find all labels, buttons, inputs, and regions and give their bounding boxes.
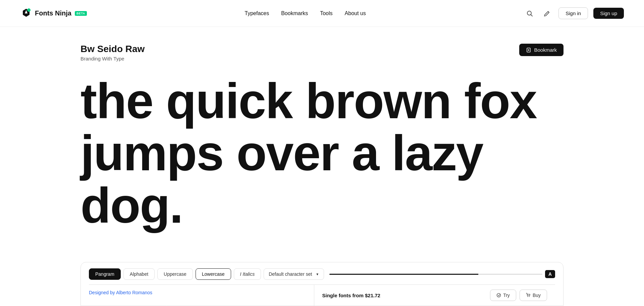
- tab-lowercase[interactable]: Lowercase: [196, 268, 231, 280]
- pen-icon: [544, 10, 550, 17]
- tab-pangram[interactable]: Pangram: [89, 268, 121, 280]
- svg-line-2: [531, 14, 533, 16]
- svg-line-3: [548, 11, 549, 12]
- edit-button[interactable]: [541, 7, 553, 19]
- price-text: Single fonts from $21.72: [322, 293, 380, 298]
- signup-button[interactable]: Sign up: [593, 8, 624, 19]
- try-icon: [496, 293, 501, 298]
- nav-bookmarks[interactable]: Bookmarks: [281, 10, 308, 16]
- logo[interactable]: Fonts Ninja BETA: [20, 7, 87, 19]
- controls-bar: Pangram Alphabet Uppercase Lowercase I I…: [80, 262, 564, 306]
- nav-about[interactable]: About us: [345, 10, 366, 16]
- search-button[interactable]: [524, 7, 536, 19]
- main-content: Bw Seido Raw Branding With Type Bookmark…: [0, 27, 644, 252]
- logo-text: Fonts Ninja: [35, 9, 71, 17]
- action-buttons: Try Buy: [490, 290, 547, 301]
- bookmark-icon: [526, 47, 531, 53]
- chevron-down-icon: ▼: [316, 272, 319, 276]
- tab-uppercase[interactable]: Uppercase: [157, 268, 193, 280]
- font-title: Bw Seido Raw: [80, 44, 145, 54]
- nav-tools[interactable]: Tools: [320, 10, 332, 16]
- svg-point-5: [528, 49, 529, 51]
- info-row: Designed by Alberto Romanos Single fonts…: [89, 285, 555, 306]
- charset-label: Default character set: [269, 271, 312, 277]
- bookmark-button[interactable]: Bookmark: [519, 44, 564, 56]
- font-size-value: A: [545, 270, 555, 278]
- nav-actions: Sign in Sign up: [524, 7, 624, 19]
- logo-icon: [20, 7, 32, 19]
- signin-button[interactable]: Sign in: [558, 7, 588, 19]
- font-subtitle: Branding With Type: [80, 56, 145, 61]
- main-nav: Typefaces Bookmarks Tools About us: [245, 10, 366, 16]
- font-size-control: A: [329, 270, 555, 278]
- info-left: Designed by Alberto Romanos: [89, 285, 314, 306]
- info-right: Single fonts from $21.72 Try Buy: [314, 285, 555, 306]
- font-header: Bw Seido Raw Branding With Type Bookmark: [80, 27, 564, 65]
- svg-point-0: [27, 8, 31, 12]
- tab-alphabet[interactable]: Alphabet: [123, 268, 155, 280]
- svg-point-6: [497, 294, 501, 297]
- controls-row: Pangram Alphabet Uppercase Lowercase I I…: [89, 268, 555, 280]
- buy-button[interactable]: Buy: [520, 290, 547, 301]
- search-icon: [526, 10, 533, 17]
- charset-select[interactable]: Default character set ▼: [264, 268, 324, 280]
- designer-link[interactable]: Designed by Alberto Romanos: [89, 290, 152, 295]
- italics-icon: I: [240, 271, 241, 277]
- beta-badge: BETA: [75, 11, 87, 16]
- svg-point-7: [527, 296, 528, 297]
- font-size-slider[interactable]: [329, 274, 542, 275]
- svg-point-8: [529, 296, 530, 297]
- cart-icon: [526, 293, 531, 298]
- try-button[interactable]: Try: [490, 290, 516, 301]
- font-info: Bw Seido Raw Branding With Type: [80, 44, 145, 61]
- italics-button[interactable]: I Italics: [234, 268, 261, 280]
- preview-area: the quick brown fox jumps over a lazy do…: [80, 65, 564, 252]
- preview-text: the quick brown fox jumps over a lazy do…: [80, 75, 564, 231]
- nav-typefaces[interactable]: Typefaces: [245, 10, 269, 16]
- header: Fonts Ninja BETA Typefaces Bookmarks Too…: [0, 0, 644, 27]
